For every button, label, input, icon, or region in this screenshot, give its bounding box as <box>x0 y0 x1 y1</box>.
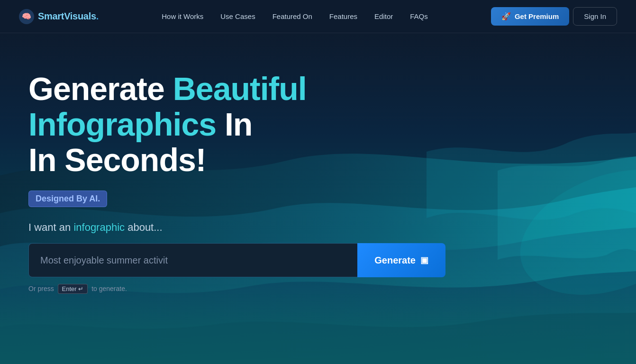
hero-title-accent1: Beautiful <box>173 71 307 107</box>
nav-item-editor[interactable]: Editor <box>374 12 393 21</box>
nav-item-featured-on[interactable]: Featured On <box>273 12 312 21</box>
enter-key-badge: Enter ↵ <box>58 284 88 294</box>
logo[interactable]: 🧠 SmartVisuals. <box>19 9 99 24</box>
nav-item-use-cases[interactable]: Use Cases <box>220 12 255 21</box>
nav-item-how-it-works[interactable]: How it Works <box>162 12 203 21</box>
input-row: Generate ▣ <box>28 243 445 277</box>
rocket-icon: 🚀 <box>501 12 511 21</box>
hero-title-suffix-part1: In <box>225 106 252 142</box>
nav-item-faqs[interactable]: FAQs <box>410 12 428 21</box>
svg-point-0 <box>503 146 636 318</box>
enter-hint: Or press Enter ↵ to generate. <box>28 284 445 294</box>
topic-input[interactable] <box>28 243 357 277</box>
sign-in-button[interactable]: Sign In <box>573 7 617 26</box>
navbar: 🧠 SmartVisuals. How it Works Use Cases F… <box>0 0 636 33</box>
logo-text: SmartVisuals. <box>38 11 99 22</box>
get-premium-button[interactable]: 🚀 Get Premium <box>491 7 569 26</box>
generate-button[interactable]: Generate ▣ <box>357 243 445 277</box>
hero-title-prefix: Generate <box>28 71 164 107</box>
generate-icon: ▣ <box>420 255 428 265</box>
hero-title-suffix-part2: In Seconds! <box>28 142 206 178</box>
ai-badge: Designed By AI. <box>28 191 107 207</box>
hero-title-accent2: Infographics <box>28 106 216 142</box>
hero-title: Generate Beautiful Infographics In In Se… <box>28 71 445 177</box>
logo-icon: 🧠 <box>19 9 34 24</box>
hero-content: Generate Beautiful Infographics In In Se… <box>28 71 445 294</box>
hero-section: Generate Beautiful Infographics In In Se… <box>0 33 636 364</box>
nav-item-features[interactable]: Features <box>329 12 357 21</box>
nav-actions: 🚀 Get Premium Sign In <box>491 7 617 26</box>
hero-subtitle: I want an infographic about... <box>28 221 445 234</box>
nav-links: How it Works Use Cases Featured On Featu… <box>162 12 428 21</box>
